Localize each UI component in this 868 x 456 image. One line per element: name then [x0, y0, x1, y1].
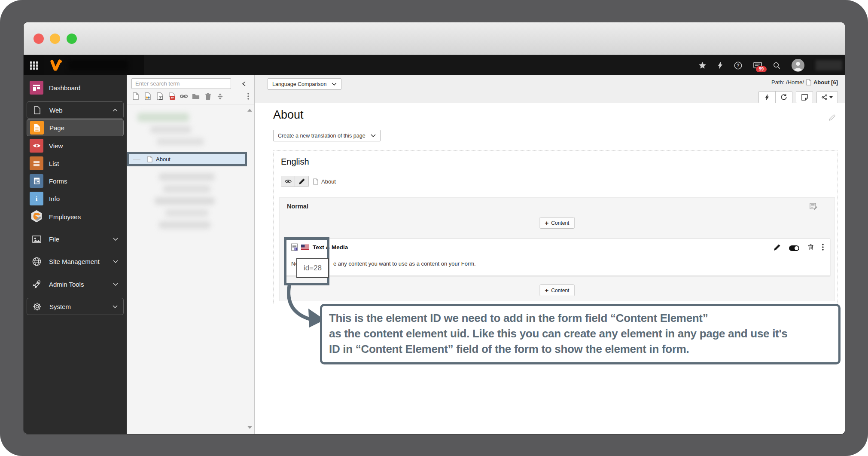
scroll-up-icon[interactable]	[247, 109, 252, 112]
edit-element-button[interactable]	[774, 244, 780, 252]
user-menu-button[interactable]	[792, 59, 804, 72]
page-tree-panel: About	[127, 75, 255, 434]
chevron-down-icon	[113, 283, 118, 286]
note-icon	[801, 94, 808, 101]
new-mountpoint-page-button[interactable]	[168, 92, 176, 100]
new-folder-button[interactable]	[192, 93, 200, 100]
clear-cache-page-button[interactable]	[759, 92, 775, 103]
employees-logo-icon	[30, 210, 43, 223]
redacted-tree-item	[165, 209, 208, 217]
edit-column-icon	[810, 203, 817, 210]
sidebar-item-page[interactable]: Page	[27, 119, 124, 136]
new-page-icon	[133, 92, 139, 100]
redacted-tree-item	[159, 221, 210, 229]
bookmarks-button[interactable]	[698, 61, 707, 70]
delete-drop-zone[interactable]	[204, 93, 212, 100]
close-window-button[interactable]	[34, 34, 44, 44]
add-content-button-top[interactable]: + Content	[540, 217, 575, 229]
new-link-button[interactable]	[180, 94, 188, 99]
help-icon: ?	[734, 61, 742, 70]
redacted-site-name	[68, 60, 128, 70]
folder-icon	[192, 93, 200, 100]
redacted-tree-item	[163, 185, 210, 193]
pencil-icon	[299, 178, 305, 184]
sidebar-item-label: View	[49, 142, 63, 150]
add-content-button-bottom[interactable]: + Content	[540, 285, 575, 296]
trash-icon	[205, 93, 211, 100]
internal-note-button[interactable]	[796, 92, 813, 103]
sidebar-item-info[interactable]: i Info	[27, 190, 124, 207]
column-normal: Normal + Content	[279, 197, 835, 301]
new-page-group-icon	[145, 92, 151, 100]
sidebar-item-list[interactable]: List	[27, 155, 124, 172]
search-input[interactable]	[131, 78, 231, 89]
trash-icon	[808, 244, 813, 251]
scroll-down-icon[interactable]	[247, 426, 252, 429]
edit-column-button[interactable]	[810, 203, 817, 210]
language-comparison-select[interactable]: Language Comparison	[268, 78, 341, 90]
chevron-down-icon	[113, 238, 118, 241]
sidebar-group-web[interactable]: Web	[27, 101, 124, 119]
sidebar-item-view[interactable]: View	[27, 137, 124, 154]
bolt-icon	[718, 61, 723, 69]
share-button[interactable]	[817, 92, 838, 103]
sidebar-item-label: File	[49, 236, 59, 243]
sidebar-item-forms[interactable]: Forms	[27, 172, 124, 190]
new-page-button[interactable]	[132, 92, 140, 100]
sidebar-item-label: Site Management	[49, 258, 100, 265]
tree-more-button[interactable]	[247, 93, 249, 101]
module-body: About Create a new translation of this p…	[255, 103, 845, 434]
collapse-tree-button[interactable]	[240, 80, 248, 88]
doc-header: Language Comparison Path: /Home/ About […	[255, 75, 845, 103]
element-more-button[interactable]	[822, 244, 824, 252]
sidebar-item-label: Info	[49, 195, 60, 202]
edit-page-button[interactable]	[295, 176, 308, 187]
page-icon	[313, 178, 318, 185]
browser-window: ? 99	[24, 22, 845, 434]
new-shortcut-page-button[interactable]	[156, 92, 164, 100]
zoom-window-button[interactable]	[67, 34, 77, 44]
delete-element-button[interactable]	[808, 244, 813, 252]
system-information-button[interactable]: 99	[753, 62, 762, 69]
chevron-down-icon	[113, 260, 118, 263]
sidebar-item-employees[interactable]: Employees	[27, 208, 124, 225]
star-icon	[698, 61, 707, 70]
sidebar-item-label: Web	[49, 107, 63, 114]
clear-cache-button[interactable]	[718, 61, 723, 69]
gear-icon	[32, 302, 42, 311]
help-button[interactable]: ?	[734, 61, 742, 70]
sidebar-group-file[interactable]: File	[27, 230, 124, 248]
new-page-group-button[interactable]	[144, 92, 152, 100]
module-menu-button[interactable]	[24, 55, 44, 76]
edit-title-button[interactable]	[829, 114, 835, 121]
sidebar-group-admin-tools[interactable]: Admin Tools	[27, 275, 124, 293]
sidebar-group-site-management[interactable]: Site Management	[27, 253, 124, 270]
tree-node-about[interactable]: About	[127, 152, 247, 166]
annotation-text-box: This is the element ID we need to add in…	[320, 304, 841, 364]
chevron-down-icon	[113, 305, 118, 308]
column-title: Normal	[287, 203, 308, 210]
refresh-button[interactable]	[775, 92, 792, 103]
search-icon	[773, 62, 780, 69]
sidebar-item-dashboard[interactable]: Dashboard	[27, 79, 124, 96]
globe-icon	[32, 257, 41, 266]
sidebar-item-label: Admin Tools	[49, 281, 84, 288]
translation-select[interactable]: Create a new translation of this page	[273, 130, 381, 141]
tree-connector	[133, 159, 140, 159]
language-comparison-label: Language Comparison	[272, 81, 326, 87]
pencil-icon	[774, 244, 780, 251]
view-page-button[interactable]	[281, 176, 295, 187]
sidebar-group-system[interactable]: System	[27, 298, 124, 315]
search-button[interactable]	[773, 62, 780, 69]
plus-icon: +	[545, 287, 549, 294]
rocket-icon	[32, 279, 41, 289]
content-element-card[interactable]: Text & Media	[285, 239, 830, 276]
element-body-text: e any content you want to use as a conte…	[333, 260, 476, 267]
brand-area[interactable]	[44, 55, 144, 76]
expand-collapse-button[interactable]	[216, 93, 224, 100]
visibility-toggle[interactable]	[789, 245, 799, 251]
tree-divider	[127, 104, 254, 104]
module-sidebar: Dashboard Web Page	[24, 75, 127, 434]
minimize-window-button[interactable]	[50, 34, 60, 44]
page-icon	[147, 156, 152, 162]
